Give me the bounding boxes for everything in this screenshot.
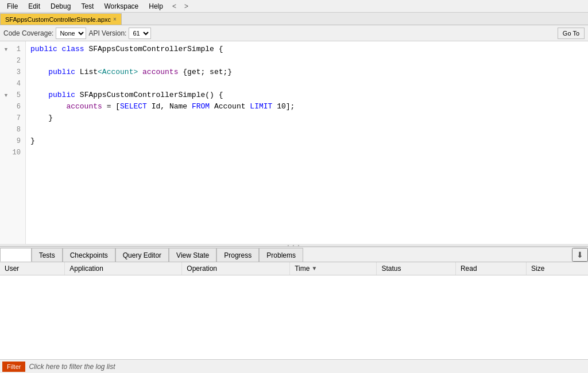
- code-token: SFAppsCustomControllerSimple: [88, 44, 214, 55]
- line-number: 7: [11, 114, 21, 122]
- code-token: {: [214, 44, 223, 55]
- code-token: ];: [286, 101, 295, 112]
- api-version-select[interactable]: 61: [129, 28, 151, 39]
- filter-placeholder-text: Click here to filter the log list: [29, 363, 115, 371]
- line-number-row: 2: [3, 55, 25, 67]
- log-table-container: UserApplicationOperationTime▼StatusReadS…: [0, 262, 588, 359]
- collapse-button[interactable]: ⬇: [572, 248, 588, 262]
- line-number: 8: [11, 126, 21, 134]
- menu-file[interactable]: File: [2, 1, 22, 11]
- file-tab-close-icon[interactable]: ×: [113, 16, 117, 22]
- code-token: }: [30, 112, 53, 124]
- log-column-size: Size: [527, 262, 588, 275]
- code-token: {get; set;}: [178, 67, 232, 78]
- log-column-time[interactable]: Time▼: [290, 262, 377, 275]
- fold-arrow-icon[interactable]: ▼: [3, 46, 9, 52]
- code-content[interactable]: public class SFAppsCustomControllerSimpl…: [26, 41, 588, 244]
- code-token: ,: [160, 101, 169, 112]
- line-number-row: 9: [3, 135, 25, 147]
- bottom-tab-view-state[interactable]: View State: [169, 248, 216, 262]
- code-token: public: [30, 44, 62, 55]
- filter-bar: Filter Click here to filter the log list: [0, 359, 588, 373]
- time-header-wrapper: Time▼: [295, 265, 372, 273]
- code-token: 10: [277, 101, 286, 112]
- line-number: 3: [11, 68, 21, 76]
- line-number: 6: [11, 103, 21, 111]
- filter-button[interactable]: Filter: [2, 362, 25, 372]
- code-token: = [: [102, 101, 120, 112]
- code-line: [30, 78, 583, 90]
- code-line: }: [30, 135, 583, 147]
- line-number: 5: [11, 91, 21, 99]
- line-number: 10: [11, 149, 21, 157]
- log-column-operation: Operation: [182, 262, 290, 275]
- code-line: accounts = [SELECT Id, Name FROM Account…: [30, 101, 583, 112]
- line-number-row: ▼1: [3, 44, 25, 55]
- line-number-row: 10: [3, 147, 25, 158]
- log-table: UserApplicationOperationTime▼StatusReadS…: [0, 262, 588, 275]
- coverage-select[interactable]: None: [56, 28, 86, 39]
- code-line: public SFAppsCustomControllerSimple() {: [30, 90, 583, 101]
- line-number: 1: [11, 45, 21, 53]
- menu-debug[interactable]: Debug: [46, 1, 75, 11]
- api-version-label: API Version:: [88, 29, 126, 37]
- line-number-row: 6: [3, 101, 25, 112]
- code-token: class: [62, 44, 89, 55]
- code-token: accounts: [30, 101, 102, 112]
- coverage-label: Code Coverage:: [3, 29, 53, 37]
- nav-back-button[interactable]: <: [169, 1, 180, 11]
- line-number-row: 4: [3, 78, 25, 90]
- file-tab-apex[interactable]: SFAppsCustomControllerSimple.apxc ×: [0, 13, 122, 25]
- code-token: SELECT: [120, 101, 152, 112]
- bottom-tab-progress[interactable]: Progress: [216, 248, 259, 262]
- code-line: public class SFAppsCustomControllerSimpl…: [30, 44, 583, 55]
- line-number-row: 8: [3, 124, 25, 135]
- menu-help[interactable]: Help: [144, 1, 168, 11]
- code-line: [30, 55, 583, 67]
- code-token: }: [30, 135, 35, 147]
- goto-button[interactable]: Go To: [558, 28, 585, 39]
- bottom-tabs: LogsTestsCheckpointsQuery EditorView Sta…: [0, 247, 588, 262]
- menu-workspace[interactable]: Workspace: [99, 1, 143, 11]
- code-token: public: [30, 67, 80, 78]
- code-token: public: [30, 90, 80, 101]
- code-token: FROM: [192, 101, 214, 112]
- code-token: accounts: [138, 67, 178, 78]
- code-line: [30, 147, 583, 158]
- line-number: 9: [11, 137, 21, 145]
- line-number-row: 3: [3, 67, 25, 78]
- file-tabs: SFAppsCustomControllerSimple.apxc ×: [0, 13, 588, 25]
- code-line: public List<Account> accounts {get; set;…: [30, 67, 583, 78]
- bottom-panel: LogsTestsCheckpointsQuery EditorView Sta…: [0, 247, 588, 373]
- menu-bar: File Edit Debug Test Workspace Help < >: [0, 0, 588, 13]
- log-column-status: Status: [377, 262, 456, 275]
- nav-forward-button[interactable]: >: [181, 1, 192, 11]
- code-token: Account: [214, 101, 250, 112]
- code-line: }: [30, 112, 583, 124]
- code-token: Id: [152, 101, 161, 112]
- bottom-tab-checkpoints[interactable]: Checkpoints: [63, 248, 115, 262]
- code-token: Name: [169, 101, 192, 112]
- code-token: <Account>: [98, 67, 138, 78]
- column-label: Time: [295, 265, 310, 273]
- fold-arrow-icon[interactable]: ▼: [3, 92, 9, 98]
- code-line: [30, 124, 583, 135]
- code-token: List: [80, 67, 98, 78]
- editor-area: ▼1234▼5678910 public class SFAppsCustomC…: [0, 41, 588, 244]
- code-token: SFAppsCustomControllerSimple: [80, 90, 205, 101]
- bottom-tab-problems[interactable]: Problems: [259, 248, 303, 262]
- log-column-application: Application: [65, 262, 182, 275]
- code-token: LIMIT: [250, 101, 277, 112]
- bottom-tab-tests[interactable]: Tests: [32, 248, 63, 262]
- line-number: 2: [11, 57, 21, 65]
- bottom-tab-logs[interactable]: Logs: [0, 248, 32, 262]
- log-column-read: Read: [455, 262, 526, 275]
- menu-test[interactable]: Test: [76, 1, 98, 11]
- line-number-row: 7: [3, 112, 25, 124]
- line-numbers: ▼1234▼5678910: [0, 41, 26, 244]
- menu-edit[interactable]: Edit: [24, 1, 45, 11]
- sort-arrow-icon: ▼: [311, 265, 317, 271]
- line-number: 4: [11, 80, 21, 88]
- toolbar: Code Coverage: None API Version: 61 Go T…: [0, 25, 588, 41]
- bottom-tab-query-editor[interactable]: Query Editor: [115, 248, 169, 262]
